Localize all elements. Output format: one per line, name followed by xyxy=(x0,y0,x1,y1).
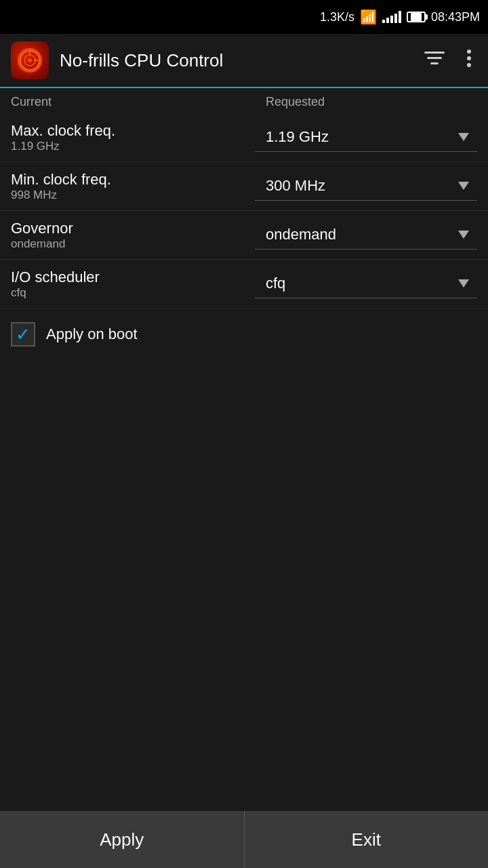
svg-rect-5 xyxy=(424,52,445,54)
governor-requested-dropdown[interactable]: ondemand xyxy=(255,220,477,250)
signal-icon xyxy=(382,11,401,23)
apply-on-boot-checkbox[interactable]: ✓ xyxy=(11,322,35,347)
time: 08:43PM xyxy=(431,10,480,24)
svg-rect-7 xyxy=(430,62,439,64)
max-clock-current-value: 1.19 GHz xyxy=(11,140,255,153)
max-clock-requested-dropdown[interactable]: 1.19 GHz xyxy=(255,123,477,152)
min-clock-dropdown-arrow xyxy=(458,182,469,190)
io-scheduler-label: I/O scheduler xyxy=(11,269,255,286)
governor-current-value: ondemand xyxy=(11,237,255,251)
io-scheduler-requested-dropdown[interactable]: cfq xyxy=(255,269,477,298)
more-options-icon[interactable] xyxy=(461,43,477,78)
governor-row: Governor ondemand ondemand xyxy=(0,211,488,260)
min-clock-current-value: 998 MHz xyxy=(11,189,255,202)
io-scheduler-row: I/O scheduler cfq cfq xyxy=(0,260,488,309)
svg-point-8 xyxy=(467,50,471,54)
svg-rect-6 xyxy=(427,57,442,59)
max-clock-label: Max. clock freq. xyxy=(11,122,255,140)
max-clock-dropdown-arrow xyxy=(458,133,469,141)
svg-point-0 xyxy=(20,51,39,70)
io-scheduler-requested-value: cfq xyxy=(266,275,285,292)
checkmark-icon: ✓ xyxy=(16,326,30,343)
io-scheduler-current-value: cfq xyxy=(11,286,255,300)
current-column-header: Current xyxy=(11,95,255,109)
governor-label: Governor xyxy=(11,220,255,237)
io-scheduler-current: I/O scheduler cfq xyxy=(11,269,255,300)
apply-button[interactable]: Apply xyxy=(0,811,245,868)
svg-point-1 xyxy=(24,55,35,66)
network-speed: 1.3K/s xyxy=(320,10,354,24)
max-clock-current: Max. clock freq. 1.19 GHz xyxy=(11,122,255,153)
max-clock-requested-value: 1.19 GHz xyxy=(266,128,329,146)
svg-point-9 xyxy=(467,56,471,60)
column-headers: Current Requested xyxy=(0,88,488,113)
apply-on-boot-label: Apply on boot xyxy=(46,326,138,343)
apply-on-boot-row[interactable]: ✓ Apply on boot xyxy=(0,309,488,360)
min-clock-current: Min. clock freq. 998 MHz xyxy=(11,171,255,202)
min-clock-requested-value: 300 MHz xyxy=(266,177,325,195)
requested-column-header: Requested xyxy=(255,95,477,109)
app-icon xyxy=(11,41,49,79)
governor-current: Governor ondemand xyxy=(11,220,255,251)
main-content: Current Requested Max. clock freq. 1.19 … xyxy=(0,88,488,360)
filter-icon[interactable] xyxy=(419,44,450,77)
app-title: No-frills CPU Control xyxy=(60,50,408,71)
status-bar: 1.3K/s 📶 08:43PM xyxy=(0,0,488,34)
svg-point-10 xyxy=(467,63,471,67)
svg-point-4 xyxy=(28,58,32,62)
battery-icon xyxy=(407,12,426,22)
wifi-icon: 📶 xyxy=(360,9,377,25)
max-clock-row: Max. clock freq. 1.19 GHz 1.19 GHz xyxy=(0,113,488,162)
bottom-buttons: Apply Exit xyxy=(0,811,488,868)
app-header: No-frills CPU Control xyxy=(0,34,488,88)
io-scheduler-dropdown-arrow xyxy=(458,279,469,288)
governor-requested-value: ondemand xyxy=(266,226,336,243)
min-clock-row: Min. clock freq. 998 MHz 300 MHz xyxy=(0,162,488,211)
min-clock-label: Min. clock freq. xyxy=(11,171,255,189)
governor-dropdown-arrow xyxy=(458,231,469,239)
min-clock-requested-dropdown[interactable]: 300 MHz xyxy=(255,172,477,201)
exit-button[interactable]: Exit xyxy=(245,811,489,868)
